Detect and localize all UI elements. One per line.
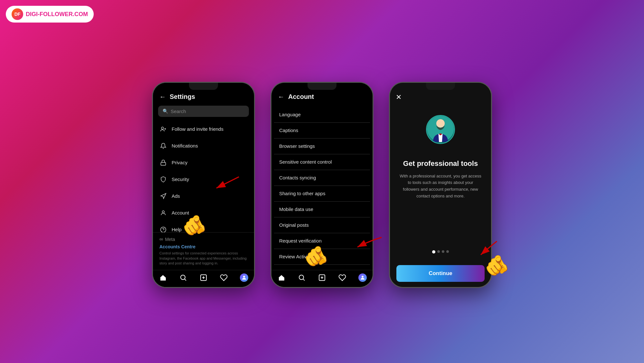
phone1-wrapper: ← Settings 🔍 Search Follow and invite fr… xyxy=(152,82,255,288)
phone2-back-button[interactable]: ← xyxy=(278,93,284,100)
browser-label: Browser settings xyxy=(279,143,315,149)
captions-label: Captions xyxy=(279,128,298,133)
pro-avatar-inner xyxy=(427,116,454,143)
nav2-home-icon[interactable] xyxy=(277,273,286,282)
account-item-original[interactable]: Original posts xyxy=(271,217,373,233)
svg-point-0 xyxy=(161,127,164,129)
meta-section: ∞ Meta Accounts Centre Control settings … xyxy=(153,232,254,270)
nav-home-icon[interactable] xyxy=(159,273,167,282)
svg-line-17 xyxy=(303,279,305,280)
settings-item-help[interactable]: Help xyxy=(156,221,251,233)
nav2-plus-icon[interactable] xyxy=(318,273,326,282)
activity-label: Review Activity xyxy=(279,254,311,259)
phone1-back-button[interactable]: ← xyxy=(159,93,166,100)
accounts-centre-link[interactable]: Accounts Centre xyxy=(159,244,248,249)
meta-logo-text: Meta xyxy=(165,237,175,242)
account-item-branded[interactable]: Branded content xyxy=(271,265,373,270)
svg-point-2 xyxy=(162,211,165,213)
ads-label: Ads xyxy=(172,193,180,199)
settings-search-bar[interactable]: 🔍 Search xyxy=(158,106,249,117)
phones-container: ← Settings 🔍 Search Follow and invite fr… xyxy=(152,75,492,288)
phone2-title: Account xyxy=(288,93,314,100)
phone3: ✕ xyxy=(389,82,492,288)
phone1-screen: ← Settings 🔍 Search Follow and invite fr… xyxy=(153,83,254,287)
sensitive-label: Sensitive content control xyxy=(279,159,332,165)
account-item-activity[interactable]: Review Activity xyxy=(271,249,373,264)
settings-item-privacy[interactable]: Privacy xyxy=(156,154,251,171)
logo-icon: DF xyxy=(12,8,23,20)
nav-plus-icon[interactable] xyxy=(199,273,208,282)
account-item-sensitive[interactable]: Sensitive content control xyxy=(271,154,373,170)
original-label: Original posts xyxy=(279,222,309,228)
security-icon xyxy=(159,176,167,183)
privacy-label: Privacy xyxy=(172,160,187,165)
nav2-avatar[interactable] xyxy=(358,273,367,282)
account-item-mobile[interactable]: Mobile data use xyxy=(271,202,373,217)
account-item-contacts[interactable]: Contacts syncing xyxy=(271,170,373,186)
follow-icon xyxy=(159,125,167,133)
pro-content: Get professional tools With a profession… xyxy=(390,83,491,287)
phone2-wrapper: ← Account Language Captions Browser sett… xyxy=(270,82,374,288)
account-item-captions[interactable]: Captions xyxy=(271,123,373,138)
ads-icon xyxy=(159,192,167,200)
nav2-heart-icon[interactable] xyxy=(338,273,346,282)
phone1-title: Settings xyxy=(170,93,195,100)
settings-menu-list: Follow and invite friends Notifications … xyxy=(153,121,254,233)
privacy-icon xyxy=(159,159,167,167)
phone2-screen: ← Account Language Captions Browser sett… xyxy=(271,83,373,287)
help-label: Help xyxy=(172,227,182,232)
phone1-notch xyxy=(189,83,218,90)
pro-avatar xyxy=(426,115,455,144)
account-item-sharing[interactable]: Sharing to other apps xyxy=(271,186,373,201)
nav2-search-icon[interactable] xyxy=(298,273,306,282)
settings-item-account[interactable]: Account xyxy=(156,205,251,221)
language-label: Language xyxy=(279,112,301,117)
account-icon xyxy=(159,209,167,217)
pro-tools-description: With a professional account, you get acc… xyxy=(396,173,485,200)
svg-point-16 xyxy=(299,275,304,280)
nav-search-icon[interactable] xyxy=(179,273,187,282)
pro-tools-title: Get professional tools xyxy=(403,159,478,168)
phone2: ← Account Language Captions Browser sett… xyxy=(270,82,374,288)
logo-badge: DF DIGI-FOLLOWER.COM xyxy=(6,6,94,23)
settings-item-follow[interactable]: Follow and invite friends xyxy=(156,121,251,138)
svg-point-3 xyxy=(161,227,166,232)
svg-line-10 xyxy=(185,279,186,280)
follow-label: Follow and invite friends xyxy=(172,126,223,132)
meta-description: Control settings for connected experienc… xyxy=(159,251,248,266)
phone1: ← Settings 🔍 Search Follow and invite fr… xyxy=(152,82,255,288)
svg-point-21 xyxy=(362,276,364,278)
continue-button[interactable]: Continue xyxy=(396,265,485,282)
security-label: Security xyxy=(172,177,189,182)
phone2-notch xyxy=(308,83,336,90)
logo-text: DIGI-FOLLOWER.COM xyxy=(26,11,88,18)
dot-4 xyxy=(446,250,449,253)
account-item-verification[interactable]: Request verification xyxy=(271,233,373,249)
phone1-bottom-nav xyxy=(153,270,254,287)
contacts-label: Contacts syncing xyxy=(279,175,316,180)
phone2-bottom-nav xyxy=(271,270,373,287)
meta-infinity-icon: ∞ xyxy=(159,236,163,242)
notifications-label: Notifications xyxy=(172,143,198,148)
dots-indicator xyxy=(432,250,449,253)
sharing-label: Sharing to other apps xyxy=(279,191,325,196)
notifications-icon xyxy=(159,142,167,150)
dot-3 xyxy=(442,250,444,253)
search-placeholder-text: Search xyxy=(171,109,186,114)
svg-rect-1 xyxy=(161,162,166,165)
nav-avatar[interactable] xyxy=(240,273,248,282)
nav-heart-icon[interactable] xyxy=(220,273,228,282)
settings-item-ads[interactable]: Ads xyxy=(156,188,251,205)
dot-1 xyxy=(432,250,435,253)
dot-2 xyxy=(437,250,440,253)
close-button[interactable]: ✕ xyxy=(396,93,402,101)
account-menu-list: Language Captions Browser settings Sensi… xyxy=(271,104,373,270)
account-item-language[interactable]: Language xyxy=(271,107,373,122)
search-icon: 🔍 xyxy=(163,109,168,114)
settings-item-notifications[interactable]: Notifications xyxy=(156,138,251,154)
account-item-browser[interactable]: Browser settings xyxy=(271,139,373,154)
pro-person-illustration xyxy=(427,115,454,143)
phone3-screen: ✕ xyxy=(390,83,491,287)
settings-item-security[interactable]: Security xyxy=(156,171,251,188)
help-icon xyxy=(159,226,167,233)
